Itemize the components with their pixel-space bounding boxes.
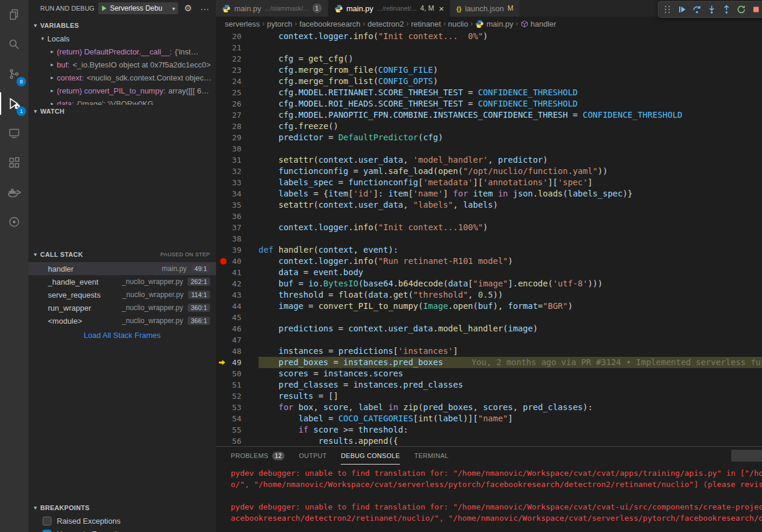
code-text[interactable]: context.logger.info("Init context... 0%"… (259, 31, 762, 42)
console-filter-input[interactable] (731, 450, 762, 462)
panel-tab-terminal[interactable]: TERMINAL (414, 447, 448, 465)
line-gutter[interactable]: 44 (216, 301, 259, 312)
code-text[interactable]: labels = {item['id']: item['name'] for i… (259, 188, 762, 199)
breakpoint-row[interactable]: ✓Uncaught Exceptions (28, 527, 216, 532)
line-gutter[interactable]: 28 (216, 121, 259, 132)
code-text[interactable]: cfg.merge_from_list(CONFIG_OPTS) (259, 76, 762, 87)
code-text[interactable]: context.logger.info("Run retinanet-R101 … (259, 256, 762, 267)
breakpoints-section-header[interactable]: ▾ BREAKPOINTS (28, 501, 216, 514)
code-text[interactable]: cfg.MODEL.ROI_HEADS.SCORE_THRESH_TEST = … (259, 98, 762, 109)
code-text[interactable]: buf = io.BytesIO(base64.b64decode(data["… (259, 278, 762, 289)
code-text[interactable] (259, 143, 762, 154)
breadcrumb-item[interactable]: detectron2 (367, 20, 403, 28)
debug-config-dropdown[interactable]: Serverless Debu ▾ (98, 2, 178, 14)
line-gutter[interactable]: 38 (216, 233, 259, 244)
activity-item-extensions[interactable] (0, 148, 28, 178)
continue-button[interactable] (674, 3, 689, 16)
line-gutter[interactable]: 22 (216, 53, 259, 65)
line-gutter[interactable]: 23 (216, 65, 259, 76)
code-text[interactable]: pred_boxes = instances.pred_boxesYou, 2 … (259, 357, 762, 368)
restart-button[interactable] (734, 3, 748, 16)
line-gutter[interactable]: 51 (216, 379, 259, 391)
code-text[interactable]: cfg.merge_from_file(CONFIG_FILE) (259, 65, 762, 76)
code-text[interactable]: cfg.MODEL.RETINANET.SCORE_THRESH_TEST = … (259, 87, 762, 98)
variable-row[interactable]: ▸(return) DefaultPredictor.__call__:{'in… (28, 45, 216, 58)
editor-tab[interactable]: main.py.../retinanet/...4, M× (328, 0, 451, 17)
line-gutter[interactable]: 24 (216, 76, 259, 87)
activity-item-search[interactable] (0, 30, 28, 59)
code-text[interactable]: predictor = DefaultPredictor(cfg) (259, 132, 762, 143)
line-gutter[interactable]: 32 (216, 166, 259, 177)
code-text[interactable]: cfg = get_cfg() (259, 53, 762, 65)
panel-tab-output[interactable]: OUTPUT (299, 447, 327, 465)
variable-row[interactable]: ▸buf:<_io.BytesIO object at 0x7f5a2dc1ec… (28, 58, 216, 71)
code-text[interactable]: data = event.body (259, 267, 762, 278)
breadcrumb-item[interactable]: pytorch (267, 20, 292, 28)
step-over-button[interactable] (689, 3, 704, 16)
code-text[interactable]: threshold = float(data.get("threshold", … (259, 289, 762, 301)
line-gutter[interactable]: 35 (216, 199, 259, 211)
checkbox[interactable] (43, 517, 51, 525)
activity-item-remote[interactable] (0, 118, 28, 148)
line-gutter[interactable]: 33 (216, 177, 259, 188)
line-gutter[interactable]: 40 (216, 256, 259, 267)
code-text[interactable]: for box, score, label in zip(pred_boxes,… (259, 402, 762, 413)
call-stack-section-header[interactable]: ▾ CALL STACK PAUSED ON STEP (28, 248, 216, 261)
breadcrumb-item[interactable]: retinanet (411, 20, 441, 28)
code-text[interactable]: results.append({ (259, 436, 762, 446)
more-actions-icon[interactable]: ··· (198, 4, 211, 14)
line-gutter[interactable]: 47 (216, 334, 259, 346)
panel-tab-debug-console[interactable]: DEBUG CONSOLE (341, 447, 400, 465)
editor-tab[interactable]: main.py.../siammask/...1 (216, 0, 328, 17)
stack-frame[interactable]: _handle_event_nuclio_wrapper.py262:1 (28, 275, 216, 288)
code-text[interactable]: scores = instances.scores (259, 368, 762, 379)
line-gutter[interactable]: 54 (216, 413, 259, 424)
code-text[interactable] (259, 233, 762, 244)
code-text[interactable]: labels_spec = functionconfig['metadata']… (259, 177, 762, 188)
load-all-stack-frames-link[interactable]: Load All Stack Frames (28, 331, 216, 340)
stack-frame[interactable]: run_wrapper_nuclio_wrapper.py360:1 (28, 301, 216, 314)
breadcrumb-item[interactable]: nuclio (448, 20, 468, 28)
line-gutter[interactable]: 30 (216, 143, 259, 154)
activity-item-source-control[interactable]: 8 (0, 59, 28, 89)
step-into-button[interactable] (704, 3, 719, 16)
breakpoint-icon[interactable] (220, 258, 227, 265)
line-gutter[interactable]: 25 (216, 87, 259, 98)
code-text[interactable]: results = [] (259, 391, 762, 402)
breadcrumb-item[interactable]: handler (521, 20, 556, 28)
activity-item-run-debug[interactable]: 1 (0, 89, 28, 118)
step-out-button[interactable] (719, 3, 734, 16)
code-text[interactable]: def handler(context, event): (259, 244, 762, 256)
line-gutter[interactable]: 37 (216, 222, 259, 233)
code-text[interactable]: instances = predictions['instances'] (259, 346, 762, 357)
variables-section-header[interactable]: ▾ VARIABLES (28, 19, 216, 32)
line-gutter[interactable]: 42 (216, 278, 259, 289)
line-gutter[interactable]: 26 (216, 98, 259, 109)
line-gutter[interactable]: 45 (216, 312, 259, 323)
code-text[interactable]: cfg.MODEL.PANOPTIC_FPN.COMBINE.INSTANCES… (259, 109, 762, 121)
line-gutter[interactable]: 34 (216, 188, 259, 199)
line-gutter[interactable]: 46 (216, 323, 259, 334)
line-gutter[interactable]: 20 (216, 31, 259, 42)
line-gutter[interactable]: 39 (216, 244, 259, 256)
code-text[interactable]: label = COCO_CATEGORIES[int(label)]["nam… (259, 413, 762, 424)
code-text[interactable]: setattr(context.user_data, "labels", lab… (259, 199, 762, 211)
code-text[interactable] (259, 211, 762, 222)
code-text[interactable]: if score >= threshold: (259, 424, 762, 436)
breadcrumb-item[interactable]: serverless (225, 20, 260, 28)
gear-icon[interactable]: ⚙ (182, 3, 195, 14)
code-text[interactable]: functionconfig = yaml.safe_load(open("/o… (259, 166, 762, 177)
line-gutter[interactable]: 29 (216, 132, 259, 143)
variables-scope-locals[interactable]: ▾ Locals (28, 32, 216, 45)
variable-row[interactable]: ▸data:{'image': 'iVBORw0KG… (28, 97, 216, 105)
code-text[interactable] (259, 334, 762, 346)
stop-button[interactable] (748, 3, 762, 16)
variable-row[interactable]: ▸context:<nuclio_sdk.context.Context obj… (28, 71, 216, 84)
stack-frame[interactable]: handlermain.py49:1 (28, 262, 216, 275)
line-gutter[interactable]: 48 (216, 346, 259, 357)
activity-item-explorer[interactable] (0, 0, 28, 30)
checkbox[interactable]: ✓ (43, 530, 51, 532)
breakpoint-row[interactable]: Raised Exceptions (28, 514, 216, 527)
line-gutter[interactable]: 49 (216, 357, 259, 368)
variable-row[interactable]: ▸(return) convert_PIL_to_numpy:array([[[… (28, 84, 216, 97)
